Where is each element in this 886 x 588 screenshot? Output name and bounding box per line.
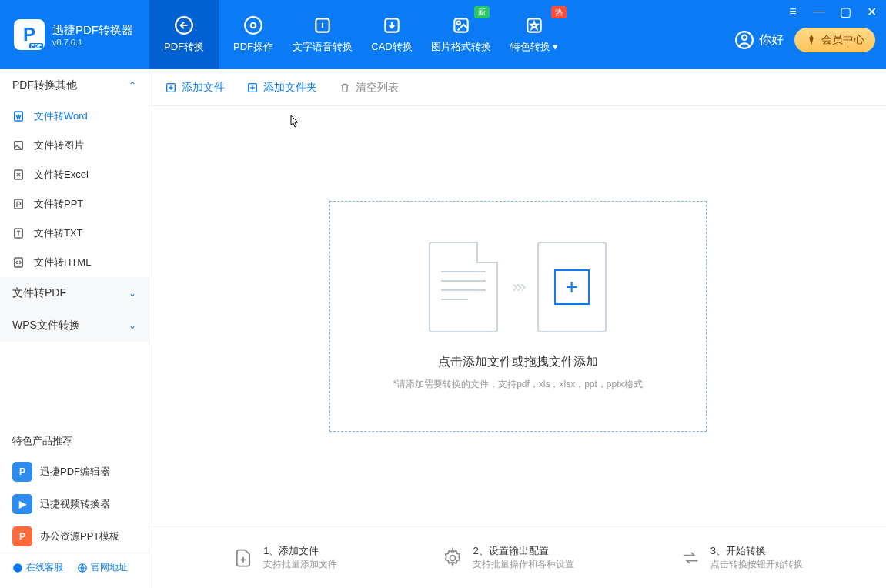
sidebar-item-to-txt[interactable]: 文件转TXT	[0, 219, 149, 248]
svg-point-2	[251, 23, 256, 28]
sidebar-item-label: 文件转Excel	[34, 168, 89, 182]
svg-rect-13	[15, 199, 23, 209]
clear-label: 清空列表	[356, 81, 399, 95]
close-icon[interactable]: ✕	[864, 5, 878, 18]
chevron-down-icon: ▾	[553, 41, 558, 52]
dropzone-subtitle: *请添加需要转换的文件，支持pdf，xls，xlsx，ppt，pptx格式	[393, 378, 642, 391]
sidebar-item-label: 文件转图片	[34, 139, 84, 152]
convert-arrow-icon	[680, 547, 701, 569]
arrow-icon: › › ›	[512, 277, 523, 297]
support-icon	[12, 563, 23, 573]
app-version: v8.7.6.1	[52, 38, 133, 47]
sidebar-item-to-excel[interactable]: 文件转Excel	[0, 160, 149, 189]
step-subtitle: 支持批量操作和各种设置	[473, 558, 574, 571]
maximize-icon[interactable]: ▢	[838, 5, 852, 18]
app-logo-icon: P	[14, 19, 45, 50]
member-label: 会员中心	[821, 33, 864, 47]
sidebar-item-to-ppt[interactable]: 文件转PPT	[0, 189, 149, 219]
nav-tab-label: 特色转换 ▾	[510, 40, 559, 54]
nav-tab-pdf-convert[interactable]: PDF转换	[149, 0, 219, 69]
website-label: 官网地址	[91, 561, 128, 574]
step-title: 2、设置输出配置	[473, 544, 574, 558]
sidebar-group-label: PDF转换其他	[12, 79, 77, 92]
add-folder-icon	[246, 82, 259, 94]
dropzone[interactable]: › › › + 点击添加文件或拖拽文件添加 *请添加需要转换的文件，支持pdf，…	[329, 201, 707, 432]
image-icon	[12, 139, 25, 152]
add-file-label: 添加文件	[182, 81, 225, 95]
featured-video-converter[interactable]: ▶ 迅捷视频转换器	[0, 488, 149, 520]
support-link[interactable]: 在线客服	[12, 561, 63, 574]
settings-icon	[442, 547, 463, 569]
app-title: 迅捷PDF转换器	[52, 23, 133, 38]
svg-point-20	[450, 555, 456, 560]
hot-badge: 热	[551, 6, 567, 18]
nav-tabs: PDF转换 PDF操作 文字语音转换 CAD转换 新 图片格式转换 热 特色转换…	[149, 0, 573, 69]
nav-tab-label: 图片格式转换	[431, 40, 491, 54]
nav-tab-cad[interactable]: CAD转换	[357, 0, 426, 69]
toolbar: 添加文件 添加文件夹 清空列表	[149, 69, 886, 106]
chevron-down-icon: ⌄	[129, 288, 136, 299]
featured-ppt-templates[interactable]: P 办公资源PPT模板	[0, 520, 149, 553]
nav-tab-text-voice[interactable]: 文字语音转换	[288, 0, 357, 69]
svg-rect-11	[15, 142, 23, 150]
sidebar: PDF转换其他 ⌃ 文件转Word 文件转图片 文件转Excel 文件转PPT …	[0, 69, 149, 588]
star-icon	[524, 15, 544, 35]
member-button[interactable]: 会员中心	[794, 28, 875, 52]
plus-icon: +	[554, 269, 590, 305]
clear-list-button[interactable]: 清空列表	[339, 81, 399, 95]
svg-point-6	[457, 22, 460, 25]
content: 添加文件 添加文件夹 清空列表 › › › +	[149, 69, 886, 588]
minimize-icon[interactable]: —	[812, 5, 826, 18]
footer-links: 在线客服 官网地址	[0, 553, 149, 582]
sidebar-item-to-html[interactable]: 文件转HTML	[0, 248, 149, 277]
word-icon	[12, 110, 25, 122]
svg-point-9	[742, 35, 747, 41]
ppt-template-icon: P	[12, 526, 32, 546]
sidebar-group-to-pdf[interactable]: 文件转PDF ⌄	[0, 277, 149, 309]
document-icon	[429, 242, 498, 332]
nav-tab-special[interactable]: 热 特色转换 ▾	[496, 0, 573, 69]
main: PDF转换其他 ⌃ 文件转Word 文件转图片 文件转Excel 文件转PPT …	[0, 69, 886, 588]
website-link[interactable]: 官网地址	[77, 561, 128, 574]
nav-tab-label: CAD转换	[371, 40, 412, 54]
featured-title: 特色产品推荐	[0, 426, 149, 456]
add-file-icon	[165, 82, 177, 94]
featured-pdf-editor[interactable]: P 迅捷PDF编辑器	[0, 456, 149, 488]
featured-label: 办公资源PPT模板	[40, 530, 119, 543]
sidebar-group-label: WPS文件转换	[12, 319, 80, 332]
logo-area: P 迅捷PDF转换器 v8.7.6.1	[0, 0, 149, 69]
globe-icon	[77, 563, 88, 573]
step-title: 3、开始转换	[710, 544, 803, 558]
txt-icon	[12, 227, 25, 239]
download-icon	[382, 15, 402, 35]
image-icon	[451, 15, 471, 35]
sidebar-item-to-image[interactable]: 文件转图片	[0, 131, 149, 160]
gear-icon	[243, 15, 263, 35]
dropzone-title: 点击添加文件或拖拽文件添加	[438, 354, 598, 370]
sidebar-item-to-word[interactable]: 文件转Word	[0, 102, 149, 131]
sidebar-item-label: 文件转HTML	[34, 256, 91, 269]
step-2: 2、设置输出配置 支持批量操作和各种设置	[442, 544, 574, 571]
header: P 迅捷PDF转换器 v8.7.6.1 PDF转换 PDF操作 文字语音转换 C…	[0, 0, 886, 69]
sidebar-group-label: 文件转PDF	[12, 286, 66, 300]
ppt-icon	[12, 198, 25, 210]
user-area[interactable]: 你好	[734, 30, 784, 50]
step-subtitle: 支持批量添加文件	[263, 558, 337, 571]
featured-label: 迅捷视频转换器	[40, 497, 110, 511]
sidebar-item-label: 文件转Word	[34, 109, 88, 123]
file-plus-icon	[232, 547, 254, 569]
add-file-button[interactable]: 添加文件	[165, 81, 225, 95]
nav-tab-label: PDF转换	[164, 40, 204, 54]
sidebar-item-label: 文件转TXT	[34, 226, 83, 240]
sidebar-group-wps[interactable]: WPS文件转换 ⌄	[0, 309, 149, 342]
menu-icon[interactable]: ≡	[786, 5, 800, 18]
target-icon: +	[537, 242, 607, 332]
step-title: 1、添加文件	[263, 544, 337, 558]
nav-tab-image[interactable]: 新 图片格式转换	[426, 0, 496, 69]
add-folder-button[interactable]: 添加文件夹	[246, 81, 317, 95]
dropzone-wrap: › › › + 点击添加文件或拖拽文件添加 *请添加需要转换的文件，支持pdf，…	[149, 106, 886, 526]
svg-point-1	[245, 17, 262, 34]
svg-rect-5	[454, 18, 467, 32]
sidebar-group-pdf-to-other[interactable]: PDF转换其他 ⌃	[0, 69, 149, 102]
nav-tab-pdf-operate[interactable]: PDF操作	[219, 0, 288, 69]
